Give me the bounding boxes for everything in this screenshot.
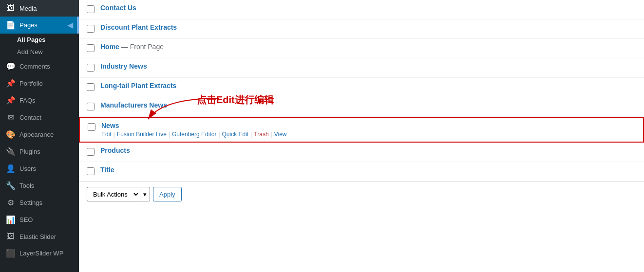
page-title-link[interactable]: Title: [100, 166, 636, 174]
sidebar-item-label: FAQs: [19, 97, 36, 104]
page-title-link[interactable]: Contact Us: [100, 4, 636, 12]
sidebar-item-label: LayerSlider WP: [19, 250, 63, 257]
page-content: Long-tail Plant Extracts: [100, 82, 636, 91]
table-row: Home — Front Page: [79, 39, 644, 58]
table-row: Products: [79, 143, 644, 162]
table-row: Discount Plant Extracts: [79, 19, 644, 39]
sidebar-item-label: Contact: [19, 114, 41, 121]
sidebar-item-label: Portfolio: [19, 80, 43, 87]
sidebar-item-label: Appearance: [19, 131, 54, 138]
tools-icon: 🔧: [6, 181, 16, 190]
sidebar-item-settings[interactable]: ⚙ Settings: [0, 194, 79, 211]
sidebar-item-label: Media: [19, 5, 37, 12]
faqs-icon: 📌: [6, 96, 16, 105]
pages-submenu: All Pages Add New: [0, 34, 79, 58]
table-row: Industry News: [79, 58, 644, 78]
row-checkbox-industry[interactable]: [87, 64, 95, 73]
sidebar-item-label: Plugins: [19, 148, 40, 155]
sidebar-item-label: Users: [19, 165, 36, 172]
page-actions: Edit | Fusion Builder Live | Gutenberg E…: [101, 131, 635, 138]
sidebar-item-label: Pages: [19, 21, 38, 29]
table-row: Manufacturers News: [79, 97, 644, 117]
bulk-actions-chevron-icon[interactable]: ▾: [140, 187, 150, 201]
page-title-link[interactable]: Products: [100, 146, 636, 154]
bulk-actions-select[interactable]: Bulk Actions: [87, 187, 140, 201]
page-title-link[interactable]: Discount Plant Extracts: [100, 23, 636, 31]
appearance-icon: 🎨: [6, 130, 16, 139]
apply-button[interactable]: Apply: [153, 187, 182, 201]
sidebar-item-users[interactable]: 👤 Users: [0, 160, 79, 177]
action-fusion-builder-live[interactable]: Fusion Builder Live: [117, 131, 167, 138]
table-row-news: 点击Edit进行编辑 News Edit | Fusion Builder L: [79, 117, 644, 143]
page-content: Contact Us: [100, 4, 636, 13]
contact-icon: ✉: [6, 113, 16, 122]
sidebar-item-seo[interactable]: 📊 SEO: [0, 211, 79, 228]
media-icon: 🖼: [6, 4, 16, 13]
page-content: Manufacturers News: [100, 101, 636, 110]
page-title-link-news[interactable]: News: [101, 122, 635, 129]
sidebar-item-faqs[interactable]: 📌 FAQs: [0, 92, 79, 109]
page-title-link[interactable]: Industry News: [100, 62, 636, 70]
page-title-link[interactable]: Manufacturers News: [100, 101, 636, 109]
sidebar-sub-add-new[interactable]: Add New: [0, 46, 79, 58]
page-content: Title: [100, 166, 636, 175]
sidebar-item-contact[interactable]: ✉ Contact: [0, 109, 79, 126]
action-trash[interactable]: Trash: [254, 131, 268, 138]
sidebar-item-comments[interactable]: 💬 Comments: [0, 58, 79, 75]
row-checkbox-news[interactable]: [88, 123, 95, 132]
page-content: Home — Front Page: [100, 43, 636, 52]
page-subtitle: — Front Page: [121, 43, 164, 51]
page-content: Discount Plant Extracts: [100, 23, 636, 33]
sidebar-item-layerslider[interactable]: ⬛ LayerSlider WP: [0, 245, 79, 262]
action-view[interactable]: View: [274, 131, 287, 138]
users-icon: 👤: [6, 164, 16, 173]
table-row: Title: [79, 162, 644, 181]
action-edit[interactable]: Edit: [101, 131, 112, 138]
page-list: Contact Us Discount Plant Extracts Home …: [79, 0, 644, 181]
seo-icon: 📊: [6, 215, 16, 224]
main-content: Contact Us Discount Plant Extracts Home …: [79, 0, 644, 272]
row-checkbox-contact-us[interactable]: [87, 5, 95, 15]
settings-icon: ⚙: [6, 198, 16, 207]
action-quick-edit[interactable]: Quick Edit: [222, 131, 249, 138]
sidebar-item-media[interactable]: 🖼 Media: [0, 0, 79, 17]
sidebar-item-pages[interactable]: 📄 Pages ◀: [0, 17, 79, 34]
sidebar-item-label: Settings: [19, 199, 42, 206]
sidebar-item-portfolio[interactable]: 📌 Portfolio: [0, 75, 79, 92]
sidebar-sub-all-pages[interactable]: All Pages: [0, 34, 79, 46]
row-checkbox-manufacturers[interactable]: [87, 103, 95, 112]
row-checkbox-title[interactable]: [87, 167, 95, 177]
sidebar-item-label: Tools: [19, 182, 34, 189]
row-checkbox-products[interactable]: [87, 148, 95, 157]
row-checkbox-home[interactable]: [87, 44, 95, 54]
sidebar: 🖼 Media 📄 Pages ◀ All Pages Add New 💬 Co…: [0, 0, 79, 272]
page-title-link[interactable]: Home — Front Page: [100, 43, 636, 51]
layerslider-icon: ⬛: [6, 249, 16, 258]
comments-icon: 💬: [6, 62, 16, 71]
table-row: Contact Us: [79, 0, 644, 19]
sidebar-item-plugins[interactable]: 🔌 Plugins: [0, 143, 79, 160]
elastic-slider-icon: 🖼: [6, 232, 16, 241]
sidebar-item-appearance[interactable]: 🎨 Appearance: [0, 126, 79, 143]
page-title-link[interactable]: Long-tail Plant Extracts: [100, 82, 636, 90]
page-content: Industry News: [100, 62, 636, 72]
page-content: News Edit | Fusion Builder Live | Gutenb…: [101, 122, 635, 138]
row-checkbox-discount[interactable]: [87, 25, 95, 34]
sidebar-item-label: SEO: [19, 216, 33, 223]
sidebar-item-label: Elastic Slider: [19, 233, 56, 240]
plugins-icon: 🔌: [6, 147, 16, 156]
action-gutenberg-editor[interactable]: Gutenberg Editor: [172, 131, 216, 138]
sidebar-item-tools[interactable]: 🔧 Tools: [0, 177, 79, 194]
page-content: Products: [100, 146, 636, 156]
table-row: Long-tail Plant Extracts: [79, 78, 644, 97]
portfolio-icon: 📌: [6, 79, 16, 88]
arrow-icon: ◀: [67, 20, 73, 30]
pages-icon: 📄: [6, 20, 16, 30]
row-checkbox-longtail[interactable]: [87, 83, 95, 92]
sidebar-item-label: Comments: [19, 63, 50, 70]
sidebar-item-elastic-slider[interactable]: 🖼 Elastic Slider: [0, 228, 79, 245]
bottom-bar: Bulk Actions ▾ Apply: [79, 181, 644, 206]
